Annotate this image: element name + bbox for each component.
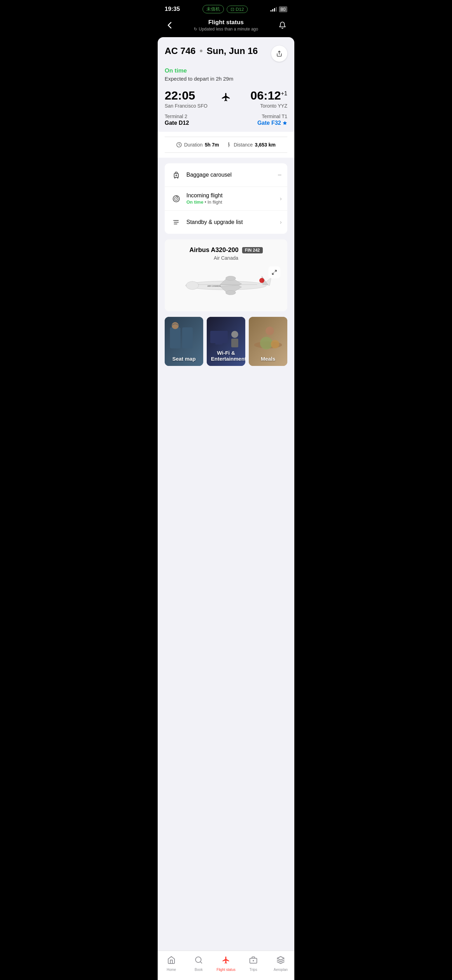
- distance-stat: Distance 3,653 km: [226, 142, 276, 148]
- seat-map-label: Seat map: [169, 356, 199, 362]
- duration-stat: Duration 5h 7m: [176, 142, 219, 148]
- incoming-flight-status: On time • In flight: [186, 199, 280, 205]
- bottom-nav: Home Book Flight status Trips: [158, 951, 294, 980]
- nav-book-label: Book: [195, 968, 203, 972]
- depart-text: Expected to depart in 2h 29m: [165, 76, 287, 82]
- svg-point-12: [176, 198, 177, 199]
- svg-point-27: [172, 322, 179, 329]
- departure-info: 22:05 San Francisco SFO: [165, 89, 217, 109]
- svg-point-35: [260, 337, 272, 350]
- svg-rect-32: [231, 339, 238, 347]
- list-section: Baggage carousel − Incoming flight: [165, 163, 287, 234]
- standby-upgrade-label: Standby & upgrade list: [186, 219, 280, 225]
- incoming-flight-content: Incoming flight On time • In flight: [186, 192, 280, 205]
- svg-point-36: [271, 340, 279, 348]
- arrival-time: 06:12+1: [235, 89, 287, 102]
- sim-label: 未值机: [202, 5, 224, 13]
- seat-map-card[interactable]: Seat map: [165, 317, 203, 366]
- scroll-area: AC 746 • Sun, Jun 16 On time Expected to…: [165, 46, 287, 403]
- status-center: 未值机 ⊡ D12: [202, 5, 248, 13]
- plane-icon-center: [217, 89, 235, 102]
- status-bar: 19:35 未值机 ⊡ D12 80: [158, 0, 294, 16]
- fin-badge: FIN 242: [242, 247, 263, 253]
- terminal-gate-row: Terminal 2 Gate D12 Terminal T1 Gate F32: [165, 113, 287, 126]
- signal-bars: [271, 7, 277, 11]
- departure-terminal-label: Terminal 2: [165, 114, 217, 119]
- nav-trips[interactable]: Trips: [240, 955, 267, 973]
- flight-info: AC 746 • Sun, Jun 16: [165, 46, 258, 56]
- header-subtitle: ↻ Updated less than a minute ago: [176, 27, 276, 32]
- layers-icon: [277, 956, 285, 966]
- departure-gate: Gate D12: [165, 120, 217, 126]
- meals-card[interactable]: Meals: [249, 317, 287, 366]
- svg-point-31: [231, 331, 238, 338]
- airline-name: Air Canada: [172, 255, 280, 261]
- list-icon: [170, 216, 182, 228]
- battery-icon: 80: [279, 6, 287, 12]
- share-button[interactable]: [271, 46, 287, 62]
- arrival-gate[interactable]: Gate F32: [235, 120, 287, 126]
- svg-point-37: [266, 327, 274, 335]
- wifi-label: Wi-Fi & Entertainment: [211, 350, 241, 362]
- svg-point-38: [170, 956, 172, 958]
- plane-drawing: AIR CANADA: [172, 266, 280, 301]
- departure-terminal: Terminal 2 Gate D12: [165, 113, 217, 126]
- svg-point-22: [259, 278, 264, 283]
- arrival-terminal-label: Terminal T1: [235, 114, 287, 119]
- wifi-card[interactable]: Wi-Fi & Entertainment: [207, 317, 245, 366]
- svg-rect-25: [170, 328, 180, 348]
- notification-bell[interactable]: [276, 19, 289, 32]
- nav-book[interactable]: Book: [185, 955, 212, 973]
- svg-line-40: [201, 962, 202, 963]
- standby-upgrade-item[interactable]: Standby & upgrade list ›: [165, 211, 287, 234]
- arrival-city: Toronto YYZ: [235, 103, 287, 109]
- svg-marker-1: [283, 121, 287, 125]
- header-center: Flight status ↻ Updated less than a minu…: [176, 19, 276, 32]
- aircraft-section: Airbus A320-200 FIN 242 Air Canada: [165, 239, 287, 311]
- gate-label: ⊡ D12: [227, 6, 248, 13]
- chevron-right-icon: ›: [280, 196, 282, 202]
- nav-flight-status-label: Flight status: [216, 968, 236, 972]
- meals-label: Meals: [253, 356, 283, 362]
- feature-cards: Seat map: [165, 317, 287, 366]
- main-content: AC 746 • Sun, Jun 16 On time Expected to…: [158, 37, 294, 980]
- flight-route: 22:05 San Francisco SFO 06:12+1 Toronto …: [165, 89, 287, 109]
- nav-home[interactable]: Home: [158, 955, 185, 973]
- page-header: Flight status ↻ Updated less than a minu…: [158, 16, 294, 37]
- nav-aeroplan[interactable]: Aeroplan: [267, 955, 294, 973]
- radar-icon: [170, 193, 182, 205]
- svg-marker-44: [277, 956, 284, 960]
- svg-point-18: [186, 282, 199, 290]
- back-button[interactable]: [163, 19, 176, 32]
- flight-title: AC 746 • Sun, Jun 16: [165, 46, 258, 56]
- baggage-carousel-item[interactable]: Baggage carousel −: [165, 163, 287, 187]
- arrival-terminal: Terminal T1 Gate F32: [235, 113, 287, 126]
- svg-rect-30: [215, 343, 223, 345]
- header-title: Flight status: [176, 19, 276, 26]
- nav-aeroplan-label: Aeroplan: [274, 968, 288, 972]
- nav-flight-status[interactable]: Flight status: [212, 955, 240, 973]
- expand-button[interactable]: [268, 266, 280, 278]
- search-icon: [194, 956, 203, 966]
- plane-image-container: AIR CANADA: [172, 266, 280, 301]
- status-right: 80: [271, 6, 287, 12]
- home-icon: [167, 956, 175, 966]
- flight-stats: Duration 5h 7m Distance 3,653 km: [158, 132, 294, 158]
- aircraft-model: Airbus A320-200 FIN 242: [172, 247, 280, 254]
- briefcase-icon: [249, 956, 258, 966]
- baggage-icon: [170, 169, 182, 181]
- plane-nav-icon: [222, 956, 230, 966]
- baggage-carousel-label: Baggage carousel: [186, 172, 277, 178]
- flight-status: On time: [165, 67, 287, 74]
- refresh-icon: ↻: [194, 27, 197, 32]
- departure-city: San Francisco SFO: [165, 103, 217, 109]
- baggage-carousel-dash: −: [277, 171, 282, 179]
- status-time: 19:35: [165, 6, 180, 13]
- departure-time: 22:05: [165, 89, 217, 102]
- arrival-info: 06:12+1 Toronto YYZ: [235, 89, 287, 109]
- chevron-right-icon-standby: ›: [280, 219, 282, 225]
- svg-point-19: [226, 291, 236, 295]
- incoming-flight-item[interactable]: Incoming flight On time • In flight ›: [165, 187, 287, 211]
- svg-rect-29: [210, 331, 228, 343]
- svg-rect-26: [182, 328, 193, 348]
